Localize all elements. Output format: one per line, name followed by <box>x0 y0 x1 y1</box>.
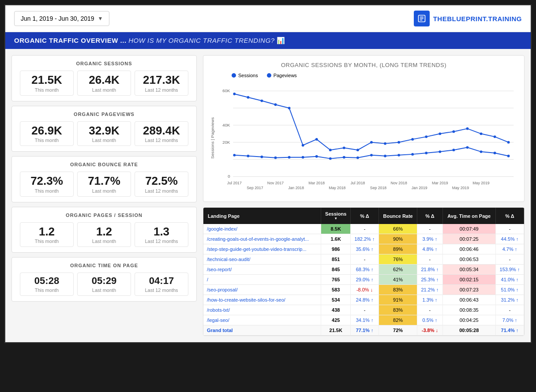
svg-point-18 <box>315 138 318 141</box>
cell-bounce: 89% <box>379 244 417 254</box>
organic-pageviews-values: 26.9K This month 32.9K Last month 289.4K… <box>18 121 190 146</box>
sessions-last-month: 26.4K Last month <box>77 71 131 96</box>
cell-page: /seo-report/ <box>203 265 321 275</box>
svg-text:Nov 2017: Nov 2017 <box>267 181 284 185</box>
bounce-last-month: 71.7% Last month <box>77 172 131 197</box>
cell-bounce-pct: 4.8% ↑ <box>417 244 442 254</box>
svg-point-23 <box>384 142 386 145</box>
svg-text:May 2018: May 2018 <box>329 186 345 190</box>
table-row: /how-to-create-website-silos-for-seo/ 53… <box>203 295 524 305</box>
cell-page: /how-to-create-website-silos-for-seo/ <box>203 295 321 305</box>
pages-last-month: 1.2 Last month <box>77 222 131 247</box>
svg-text:Sep 2017: Sep 2017 <box>247 186 263 190</box>
cell-time: 00:07:25 <box>442 234 495 244</box>
svg-point-33 <box>233 154 236 157</box>
svg-point-15 <box>274 103 277 106</box>
cell-time: 00:06:43 <box>442 295 495 305</box>
svg-text:May 2019: May 2019 <box>472 181 489 185</box>
svg-text:Mar 2019: Mar 2019 <box>432 181 448 185</box>
svg-point-47 <box>425 152 427 154</box>
cell-page: /seo-proposal/ <box>203 285 321 295</box>
svg-point-29 <box>466 127 469 130</box>
svg-text:20K: 20K <box>222 140 230 145</box>
chart-card: ORGANIC SESSIONS BY MONTH, (LONG TERM TR… <box>203 55 525 202</box>
table-row: /seo-proposal/ 583 -8.0% ↓ 83% 21.2% ↑ 0… <box>203 285 524 295</box>
cell-sessions: 765 <box>321 275 351 285</box>
svg-text:Mar 2018: Mar 2018 <box>308 181 325 185</box>
bounce-last-12: 72.5% Last 12 months <box>135 172 188 197</box>
cell-time: 00:07:23 <box>442 285 495 295</box>
organic-pageviews-card: ORGANIC PAGEVIEWS 26.9K This month 32.9K… <box>11 106 197 152</box>
organic-sessions-values: 21.5K This month 26.4K Last month 217.3K… <box>18 71 190 96</box>
cell-time-pct: 71.4% ↑ <box>495 325 524 336</box>
cell-sessions: 851 <box>321 254 351 265</box>
logo: THEBLUEPRINT.TRAINING <box>414 11 522 26</box>
organic-pages-values: 1.2 This month 1.2 Last month 1.3 Last 1… <box>18 222 190 247</box>
cell-bounce-pct: - <box>417 224 442 234</box>
table-row: Grand total 21.5K 77.1% ↑ 72% -3.8% ↓ 00… <box>203 325 524 336</box>
svg-point-16 <box>288 107 291 109</box>
cell-sessions-pct: 182.2% ↑ <box>351 234 379 244</box>
svg-text:Sep 2018: Sep 2018 <box>370 186 386 190</box>
blueprint-icon <box>417 14 426 23</box>
cell-time-pct: 41.0% ↑ <box>495 275 524 285</box>
table-row: /legal-seo/ 425 34.1% ↑ 82% 0.5% ↑ 00:04… <box>203 315 524 325</box>
chart-legend: Sessions Pageviews <box>210 73 518 78</box>
svg-point-51 <box>480 150 483 153</box>
svg-point-42 <box>356 157 359 159</box>
cell-page: /robots-txt/ <box>203 305 321 315</box>
cell-bounce-pct: 0.5% ↑ <box>417 315 442 325</box>
cell-time-pct: - <box>495 224 524 234</box>
time-this-month: 05:28 This month <box>20 273 74 295</box>
svg-point-22 <box>370 141 373 144</box>
col-landing-page: Landing Page <box>203 208 321 224</box>
cell-bounce: 83% <box>379 305 417 315</box>
organic-pages-card: ORGANIC PAGES / SESSION 1.2 This month 1… <box>11 207 197 253</box>
cell-time-pct: - <box>495 305 524 315</box>
svg-point-35 <box>261 156 263 158</box>
svg-point-30 <box>480 132 483 135</box>
svg-point-45 <box>397 154 400 157</box>
cell-sessions: 986 <box>321 244 351 254</box>
organic-time-card: ORGANIC TIME ON PAGE 05:28 This month 05… <box>11 257 197 301</box>
cell-time-pct: 31.2% ↑ <box>495 295 524 305</box>
table-header-row: Landing Page Sessions ▼ % Δ Bounce Rate … <box>203 208 524 224</box>
time-last-12: 04:17 Last 12 months <box>135 273 188 295</box>
table-row: / 765 29.0% ↑ 41% 25.3% ↑ 00:02:15 41.0%… <box>203 275 524 285</box>
cell-bounce: 62% <box>379 265 417 275</box>
right-content: ORGANIC SESSIONS BY MONTH, (LONG TERM TR… <box>203 55 525 336</box>
cell-sessions-pct: 68.3% ↑ <box>351 265 379 275</box>
cell-page: /step-step-guide-get-youtube-video-trans… <box>203 244 321 254</box>
cell-bounce-pct: - <box>417 305 442 315</box>
svg-text:Jan 2018: Jan 2018 <box>288 186 304 190</box>
pageviews-legend-dot <box>267 73 271 78</box>
svg-point-21 <box>356 149 359 151</box>
cell-time-pct: 7.0% ↑ <box>495 315 524 325</box>
cell-bounce: 66% <box>379 224 417 234</box>
svg-text:Jul 2018: Jul 2018 <box>350 181 365 185</box>
table-row: /google-index/ 8.5K - 66% - 00:07:49 - <box>203 224 524 234</box>
left-panels: ORGANIC SESSIONS 21.5K This month 26.4K … <box>11 55 197 336</box>
svg-point-46 <box>411 153 414 156</box>
cell-time: 00:04:25 <box>442 315 495 325</box>
svg-point-38 <box>302 156 304 159</box>
cell-sessions: 845 <box>321 265 351 275</box>
date-picker[interactable]: Jun 1, 2019 - Jun 30, 2019 ▼ <box>14 11 109 26</box>
cell-time-pct: - <box>495 254 524 265</box>
cell-page: /google-index/ <box>203 224 321 234</box>
chart-area: 60K 40K 20K 0 Sessions | Pageviews <box>210 81 518 195</box>
svg-point-50 <box>466 146 469 149</box>
cell-time: 00:08:35 <box>442 305 495 315</box>
pages-this-month: 1.2 This month <box>20 222 74 247</box>
time-last-month: 05:29 Last month <box>77 273 131 295</box>
svg-point-25 <box>411 138 414 141</box>
cell-time: 00:06:46 <box>442 244 495 254</box>
cell-page: /legal-seo/ <box>203 315 321 325</box>
svg-text:Jan 2019: Jan 2019 <box>412 186 427 190</box>
svg-text:0: 0 <box>228 174 230 179</box>
sessions-legend: Sessions <box>232 73 258 78</box>
svg-point-26 <box>425 135 427 138</box>
bounce-this-month: 72.3% This month <box>20 172 74 197</box>
svg-point-31 <box>494 135 496 138</box>
col-sessions[interactable]: Sessions ▼ <box>321 208 351 224</box>
